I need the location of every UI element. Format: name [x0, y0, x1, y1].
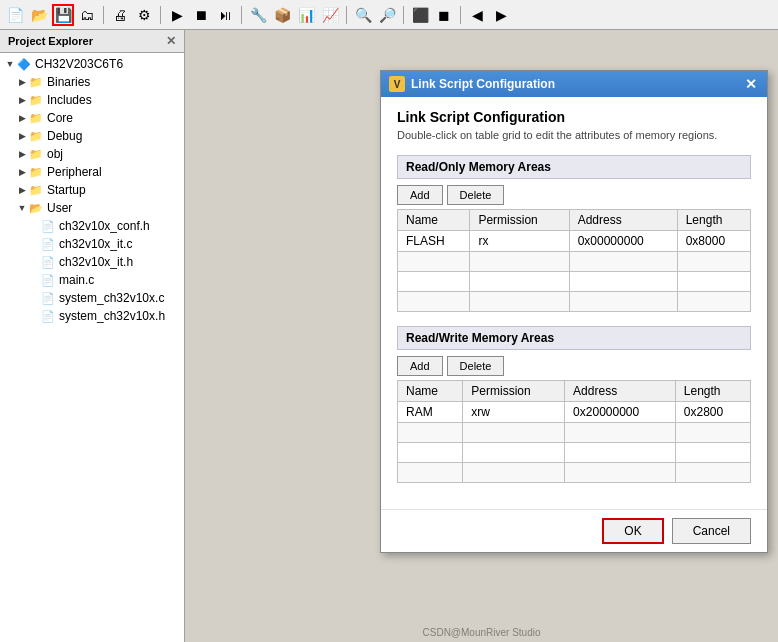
icon-folder-includes: 📁: [28, 92, 44, 108]
panel-title-label: Project Explorer: [8, 35, 93, 47]
table-row[interactable]: RAM xrw 0x20000000 0x2800: [398, 402, 751, 423]
panel-close-btn[interactable]: ✕: [166, 34, 176, 48]
read-only-title: Read/Only Memory Areas: [397, 155, 751, 179]
table-row[interactable]: [398, 463, 751, 483]
btn4[interactable]: ▶: [166, 4, 188, 26]
dialog-close-btn[interactable]: ✕: [743, 77, 759, 91]
arrow-includes: ▶: [16, 95, 28, 105]
read-only-section: Read/Only Memory Areas Add Delete Name P…: [397, 155, 751, 312]
tree-item-includes[interactable]: ▶ 📁 Includes: [0, 91, 184, 109]
panel-title: Project Explorer ✕: [0, 30, 184, 53]
label-startup: Startup: [47, 183, 86, 197]
btn11[interactable]: 🔍: [352, 4, 374, 26]
project-tree: ▼ 🔷 CH32V203C6T6 ▶ 📁 Binaries ▶ 📁 Includ…: [0, 53, 184, 642]
icon-project: 🔷: [16, 56, 32, 72]
label-file3: ch32v10x_it.h: [59, 255, 133, 269]
label-user: User: [47, 201, 72, 215]
btn6[interactable]: ⏯: [214, 4, 236, 26]
cell-name-ram: RAM: [398, 402, 463, 423]
btn14[interactable]: ◼: [433, 4, 455, 26]
btn5[interactable]: ⏹: [190, 4, 212, 26]
titlebar-left: V Link Script Configuration: [389, 76, 555, 92]
icon-folder-core: 📁: [28, 110, 44, 126]
fwd-btn[interactable]: ▶: [490, 4, 512, 26]
read-write-section: Read/Write Memory Areas Add Delete Name …: [397, 326, 751, 483]
save-all-btn[interactable]: 🗂: [76, 4, 98, 26]
open-btn[interactable]: 📂: [28, 4, 50, 26]
btn7[interactable]: 🔧: [247, 4, 269, 26]
tree-item-peripheral[interactable]: ▶ 📁 Peripheral: [0, 163, 184, 181]
print-btn[interactable]: 🖨: [109, 4, 131, 26]
tree-item-startup[interactable]: ▶ 📁 Startup: [0, 181, 184, 199]
col-name-ro: Name: [398, 210, 470, 231]
btn12[interactable]: 🔎: [376, 4, 398, 26]
label-core: Core: [47, 111, 73, 125]
sep5: [403, 6, 404, 24]
tree-item-file3[interactable]: ▶ 📄 ch32v10x_it.h: [0, 253, 184, 271]
save-btn[interactable]: 💾: [52, 4, 74, 26]
tree-item-file5[interactable]: ▶ 📄 system_ch32v10x.c: [0, 289, 184, 307]
icon-folder-binaries: 📁: [28, 74, 44, 90]
back-btn[interactable]: ◀: [466, 4, 488, 26]
arrow-root: ▼: [4, 59, 16, 69]
cell-addr-ram: 0x20000000: [565, 402, 676, 423]
col-name-rw: Name: [398, 381, 463, 402]
read-only-delete-btn[interactable]: Delete: [447, 185, 505, 205]
cell-len-ram: 0x2800: [675, 402, 750, 423]
cancel-button[interactable]: Cancel: [672, 518, 751, 544]
cell-addr-flash: 0x00000000: [569, 231, 677, 252]
col-addr-rw: Address: [565, 381, 676, 402]
cell-name-flash: FLASH: [398, 231, 470, 252]
read-only-table: Name Permission Address Length FLASH rx: [397, 209, 751, 312]
table-row[interactable]: [398, 252, 751, 272]
read-write-delete-btn[interactable]: Delete: [447, 356, 505, 376]
btn8[interactable]: 📦: [271, 4, 293, 26]
tree-item-file1[interactable]: ▶ 📄 ch32v10x_conf.h: [0, 217, 184, 235]
tree-item-debug[interactable]: ▶ 📁 Debug: [0, 127, 184, 145]
tree-item-user[interactable]: ▼ 📂 User: [0, 199, 184, 217]
tree-item-file6[interactable]: ▶ 📄 system_ch32v10x.h: [0, 307, 184, 325]
dialog-titlebar: V Link Script Configuration ✕: [381, 71, 767, 97]
tree-item-file2[interactable]: ▶ 📄 ch32v10x_it.c: [0, 235, 184, 253]
read-write-add-btn[interactable]: Add: [397, 356, 443, 376]
label-root: CH32V203C6T6: [35, 57, 123, 71]
tree-item-core[interactable]: ▶ 📁 Core: [0, 109, 184, 127]
table-row[interactable]: [398, 423, 751, 443]
label-obj: obj: [47, 147, 63, 161]
ok-button[interactable]: OK: [602, 518, 663, 544]
table-row[interactable]: [398, 292, 751, 312]
col-perm-ro: Permission: [470, 210, 569, 231]
table-row[interactable]: FLASH rx 0x00000000 0x8000: [398, 231, 751, 252]
col-perm-rw: Permission: [463, 381, 565, 402]
btn10[interactable]: 📈: [319, 4, 341, 26]
btn13[interactable]: ⬛: [409, 4, 431, 26]
col-len-ro: Length: [677, 210, 750, 231]
btn3[interactable]: ⚙: [133, 4, 155, 26]
tree-item-root[interactable]: ▼ 🔷 CH32V203C6T6: [0, 55, 184, 73]
btn9[interactable]: 📊: [295, 4, 317, 26]
label-peripheral: Peripheral: [47, 165, 102, 179]
table-row[interactable]: [398, 272, 751, 292]
dialog-title-icon: V: [389, 76, 405, 92]
col-len-rw: Length: [675, 381, 750, 402]
dialog-overlay: V Link Script Configuration ✕ Link Scrip…: [370, 60, 778, 642]
tree-item-obj[interactable]: ▶ 📁 obj: [0, 145, 184, 163]
read-only-add-btn[interactable]: Add: [397, 185, 443, 205]
tree-item-binaries[interactable]: ▶ 📁 Binaries: [0, 73, 184, 91]
table-row[interactable]: [398, 443, 751, 463]
label-file6: system_ch32v10x.h: [59, 309, 165, 323]
icon-folder-debug: 📁: [28, 128, 44, 144]
cell-len-flash: 0x8000: [677, 231, 750, 252]
main-area: Project Explorer ✕ ▼ 🔷 CH32V203C6T6 ▶ 📁 …: [0, 30, 778, 642]
read-write-title: Read/Write Memory Areas: [397, 326, 751, 350]
read-only-buttons: Add Delete: [397, 185, 751, 205]
tree-item-file4[interactable]: ▶ 📄 main.c: [0, 271, 184, 289]
read-write-table: Name Permission Address Length RAM xrw: [397, 380, 751, 483]
icon-file-sys-h: 📄: [40, 308, 56, 324]
dialog-footer: OK Cancel: [381, 509, 767, 552]
dialog-subtext: Double-click on table grid to edit the a…: [397, 129, 751, 141]
new-file-btn[interactable]: 📄: [4, 4, 26, 26]
sep1: [103, 6, 104, 24]
label-file4: main.c: [59, 273, 94, 287]
icon-file-conf-h: 📄: [40, 218, 56, 234]
